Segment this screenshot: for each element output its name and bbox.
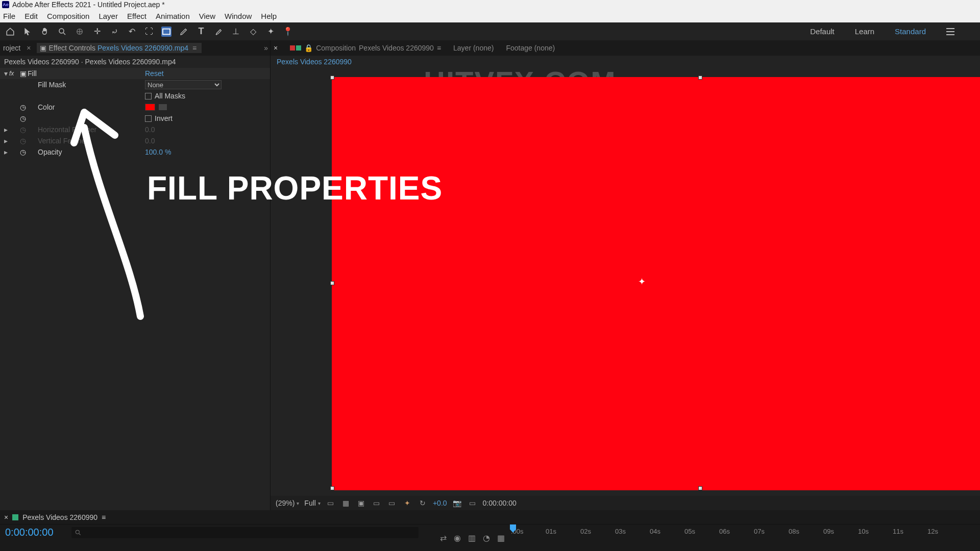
show-snapshot-icon[interactable]: ▭ <box>468 499 478 507</box>
anchor-point-icon[interactable]: ✦ <box>638 276 646 287</box>
mask-visibility-icon[interactable]: ▣ <box>356 499 366 507</box>
tab-effect-controls[interactable]: ▣ Effect Controls Pexels Videos 2260990.… <box>37 43 202 53</box>
workspace-standard[interactable]: Standard <box>895 27 926 36</box>
pen-tool-icon[interactable] <box>179 27 189 37</box>
stopwatch-icon[interactable]: ◷ <box>18 126 28 134</box>
render-queue-icon[interactable]: ▦ <box>497 533 505 543</box>
transform-handle[interactable] <box>330 281 334 285</box>
close-icon[interactable]: × <box>24 44 33 52</box>
hand-tool-icon[interactable] <box>40 27 50 37</box>
panel-menu-icon[interactable]: ≡ <box>437 44 441 52</box>
tab-composition[interactable]: 🔒 Composition Pexels Videos 2260990 ≡ <box>290 44 441 52</box>
svg-point-0 <box>59 29 64 33</box>
camera-tool-icon[interactable]: ⤾ <box>109 27 119 37</box>
comp-color-icon <box>12 514 18 520</box>
menu-effect[interactable]: Effect <box>127 12 146 20</box>
puppet-pin-icon[interactable]: 📍 <box>283 27 293 37</box>
magnification-dropdown[interactable]: (29%)▾ <box>276 499 299 507</box>
tab-footage[interactable]: Footage (none) <box>506 44 555 52</box>
opacity-value[interactable]: 100.0 % <box>145 148 171 156</box>
menu-file[interactable]: File <box>3 12 15 20</box>
workspace-menu-icon[interactable] <box>946 28 954 35</box>
all-masks-checkbox[interactable] <box>145 93 152 99</box>
prop-color: ◷ Color <box>0 102 270 113</box>
rotate-tool-icon[interactable]: ✛ <box>92 27 102 37</box>
timeline-search[interactable] <box>71 527 419 538</box>
transform-handle[interactable] <box>330 486 334 490</box>
stopwatch-icon[interactable]: ◷ <box>18 103 28 111</box>
menu-help[interactable]: Help <box>261 12 277 20</box>
rectangle-tool-icon[interactable] <box>161 27 172 37</box>
exposure-value[interactable]: +0.0 <box>433 499 447 507</box>
mask-tool-icon[interactable]: ⛶ <box>144 27 154 37</box>
viewer-footer: (29%)▾ Full▾ ▭ ▦ ▣ ▭ ▭ ✦ ↻ +0.0 📷 ▭ 0:00… <box>271 496 980 510</box>
region-of-interest-icon[interactable]: ▭ <box>372 499 382 507</box>
effect-controls-panel: roject × ▣ Effect Controls Pexels Videos… <box>0 40 271 510</box>
effect-fill-header[interactable]: ▾ fx ▣ Fill Reset <box>0 68 270 79</box>
stopwatch-icon[interactable]: ◷ <box>18 114 28 122</box>
fx-badge-icon[interactable]: fx <box>9 70 18 77</box>
panel-menu-icon[interactable]: ≡ <box>102 513 106 521</box>
eyedropper-icon[interactable] <box>158 104 167 111</box>
project-title: Untitled Project.aep * <box>97 1 165 9</box>
close-icon[interactable]: × <box>274 44 278 52</box>
app-title: Adobe After Effects 2021 <box>12 1 91 9</box>
menu-window[interactable]: Window <box>225 12 252 20</box>
flow-breadcrumb[interactable]: Pexels Videos 2260990 <box>271 56 980 68</box>
fast-preview-icon[interactable]: ▭ <box>326 499 336 507</box>
frame-blend-icon[interactable]: ◉ <box>454 533 461 543</box>
prop-fill-mask: Fill Mask None <box>0 79 270 90</box>
time-ruler[interactable]: :00s 01s 02s 03s 04s 05s 06s 07s 08s 09s… <box>511 524 980 551</box>
close-icon[interactable]: × <box>4 513 8 521</box>
menu-view[interactable]: View <box>199 12 215 20</box>
svg-rect-2 <box>163 29 170 34</box>
roto-brush-icon[interactable]: ✦ <box>265 27 276 37</box>
panel-menu-icon[interactable]: ≡ <box>190 44 199 52</box>
orbit-tool-icon[interactable] <box>75 27 85 37</box>
expand-icon[interactable]: » <box>264 44 267 52</box>
effect-visibility-icon[interactable]: ▣ <box>18 69 28 78</box>
eraser-tool-icon[interactable]: ◇ <box>248 27 258 37</box>
tab-layer[interactable]: Layer (none) <box>453 44 494 52</box>
tab-project[interactable]: roject <box>3 44 20 52</box>
reset-exposure-icon[interactable]: ↻ <box>418 499 428 507</box>
reset-button[interactable]: Reset <box>145 69 164 78</box>
menu-edit[interactable]: Edit <box>24 12 38 20</box>
shy-toggle-icon[interactable]: ⇄ <box>440 533 447 543</box>
zoom-tool-icon[interactable] <box>57 27 67 37</box>
resolution-dropdown[interactable]: Full▾ <box>304 499 321 507</box>
color-management-icon[interactable]: ✦ <box>402 499 412 507</box>
viewer-canvas[interactable]: HITVFX.COM ✦ <box>271 68 980 496</box>
menu-layer[interactable]: Layer <box>99 12 118 20</box>
transform-handle[interactable] <box>698 486 702 490</box>
stopwatch-icon[interactable]: ◷ <box>18 148 28 156</box>
workspace-default[interactable]: Default <box>810 27 835 36</box>
menu-composition[interactable]: Composition <box>47 12 89 20</box>
timeline-panel: × Pexels Videos 2260990 ≡ 0:00:00:00 ⇄ ◉… <box>0 510 980 551</box>
layer-bounding-box[interactable] <box>332 77 980 490</box>
transparency-grid-icon[interactable]: ▦ <box>341 499 351 507</box>
transform-handle[interactable] <box>698 76 702 80</box>
transform-handle[interactable] <box>330 76 334 80</box>
stopwatch-icon[interactable]: ◷ <box>18 137 28 145</box>
selection-tool-icon[interactable] <box>22 27 33 37</box>
timeline-tab[interactable]: Pexels Videos 2260990 <box>22 513 97 521</box>
home-icon[interactable] <box>5 27 15 37</box>
graph-editor-icon[interactable]: ◔ <box>483 533 490 543</box>
clone-stamp-icon[interactable]: ⊥ <box>231 27 241 37</box>
prop-stopwatch-row: ◷ Invert <box>0 113 270 124</box>
brush-tool-icon[interactable] <box>213 27 224 37</box>
lock-icon[interactable]: 🔒 <box>304 44 313 52</box>
invert-checkbox[interactable] <box>145 115 152 122</box>
type-tool-icon[interactable]: T <box>196 27 206 37</box>
menu-animation[interactable]: Animation <box>156 12 190 20</box>
fill-mask-dropdown[interactable]: None <box>145 80 222 89</box>
motion-blur-icon[interactable]: ▥ <box>468 533 476 543</box>
pan-behind-icon[interactable]: ↶ <box>127 27 137 37</box>
preview-time[interactable]: 0:00:00:00 <box>483 499 517 507</box>
workspace-learn[interactable]: Learn <box>855 27 874 36</box>
color-swatch[interactable] <box>145 104 155 111</box>
menu-bar: File Edit Composition Layer Effect Anima… <box>0 9 980 22</box>
snapshot-icon[interactable]: 📷 <box>452 499 462 507</box>
channel-icon[interactable]: ▭ <box>387 499 397 507</box>
